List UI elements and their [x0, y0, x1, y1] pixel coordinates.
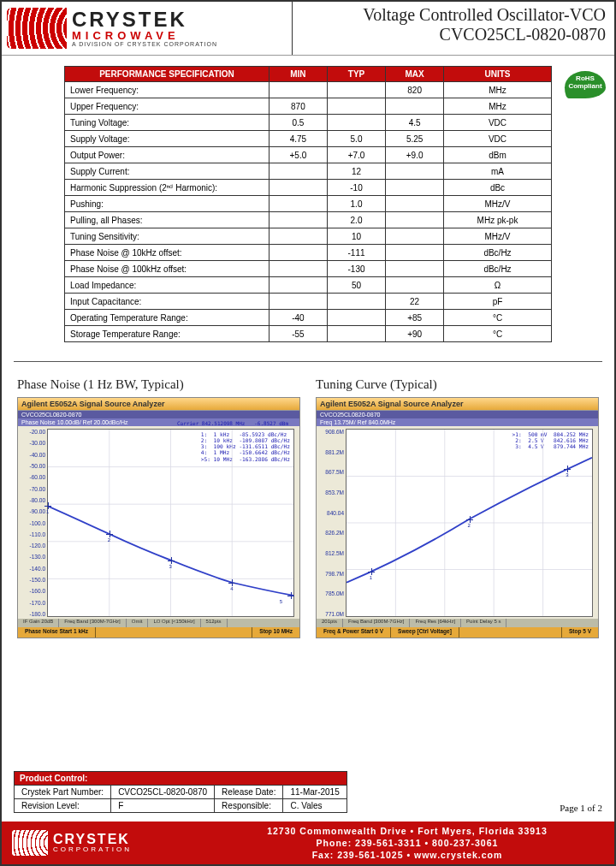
cell — [270, 261, 328, 277]
cell: 4.5 — [386, 115, 444, 131]
cell: mA — [444, 163, 552, 180]
cell: -55 — [270, 326, 328, 342]
cell — [386, 261, 444, 277]
cell: °C — [444, 326, 552, 342]
cell — [270, 294, 328, 310]
cell: dBm — [444, 147, 552, 163]
cell: 5.25 — [386, 131, 444, 147]
cell: +85 — [386, 310, 444, 326]
tc-status2: Freq & Power Start 0 V Sweep [Ctrl Volta… — [317, 627, 598, 638]
cell: +90 — [386, 326, 444, 342]
tuning-column: Tuning Curve (Typical) Agilent E5052A Si… — [316, 371, 599, 638]
pc-r1c3: C. Vales — [283, 799, 346, 813]
footer: CRYSTEK CORPORATION 12730 Commonwealth D… — [2, 822, 614, 864]
cell: Ω — [444, 277, 552, 294]
cell: °C — [444, 310, 552, 326]
tc-s2-left: Freq & Power Start 0 V — [317, 627, 391, 638]
cell: +7.0 — [327, 147, 385, 163]
cell: Pulling, all Phases: — [65, 212, 270, 228]
cell: Supply Current: — [65, 163, 270, 180]
cell — [386, 98, 444, 115]
cell — [270, 228, 328, 245]
logo-main: CRYSTEK — [72, 9, 217, 30]
analyzer-titlebar: Agilent E5052A Signal Source Analyzer — [18, 398, 299, 411]
cell — [270, 180, 328, 196]
crystek-swirl-icon — [12, 830, 48, 856]
table-row: Input Capacitance:22pF — [65, 294, 552, 310]
cell: Tuning Sensitivity: — [65, 228, 270, 245]
phase-noise-title: Phase Noise (1 Hz BW, Typical) — [17, 377, 300, 392]
cell: 2.0 — [327, 212, 385, 228]
cell — [327, 98, 385, 115]
cell — [386, 277, 444, 294]
pc-r0c0: Crystek Part Number: — [15, 786, 111, 799]
cell: -130 — [327, 261, 385, 277]
table-row: Storage Temperature Range:-55+90°C — [65, 326, 552, 342]
cell: dBc — [444, 180, 552, 196]
cell: Lower Frequency: — [65, 82, 270, 98]
cell: MHz — [444, 98, 552, 115]
cell: MHz/V — [444, 228, 552, 245]
pn-carrier: Carrier 842.512098 MHz -6.8527 dBm — [177, 421, 288, 427]
title-box: Voltage Controlled Oscillator-VCO CVCO25… — [293, 2, 614, 55]
cell — [386, 180, 444, 196]
cell — [386, 228, 444, 245]
cell — [270, 245, 328, 261]
charts-row: Phase Noise (1 Hz BW, Typical) Agilent E… — [2, 371, 614, 638]
cell — [327, 310, 385, 326]
logo-tagline: A DIVISION OF CRYSTEK CORPORATION — [72, 41, 217, 47]
footer-logo-b: CORPORATION — [53, 846, 132, 853]
table-row: Pushing:1.0MHz/V — [65, 196, 552, 212]
cell: Phase Noise @ 10kHz offset: — [65, 245, 270, 261]
cell: MHz pk-pk — [444, 212, 552, 228]
cell — [327, 115, 385, 131]
tuning-plot: >1: 500 mV 804.252 MHz 2: 2.5 V 842.616 … — [346, 429, 593, 617]
col-typ: TYP — [327, 67, 385, 82]
col-param: PERFORMANCE SPECIFICATION — [65, 67, 270, 82]
col-min: MIN — [270, 67, 328, 82]
cell — [327, 294, 385, 310]
spec-table: PERFORMANCE SPECIFICATION MIN TYP MAX UN… — [64, 66, 552, 342]
product-control-table: Product Control: Crystek Part Number: CV… — [14, 771, 347, 813]
table-row: Operating Temperature Range:-40+85°C — [65, 310, 552, 326]
cell: Storage Temperature Range: — [65, 326, 270, 342]
cell: 870 — [270, 98, 328, 115]
cell: -40 — [270, 310, 328, 326]
page-number: Page 1 of 2 — [560, 803, 602, 813]
pn-status1: IF Gain 20dBFreq Band [300M-7GHz]OmitLO … — [18, 619, 299, 627]
cell: 12 — [327, 163, 385, 180]
footer-line3: Fax: 239-561-1025 • www.crystek.com — [200, 849, 614, 861]
datasheet-page: CRYSTEK MICROWAVE A DIVISION OF CRYSTEK … — [0, 0, 616, 866]
tc-s2-right: Stop 5 V — [561, 627, 598, 638]
cell: -111 — [327, 245, 385, 261]
pc-r1c1: F — [111, 799, 215, 813]
cell: MHz — [444, 82, 552, 98]
logo-sub: MICROWAVE — [72, 30, 217, 41]
tuning-ylabels: 908.6M881.2M867.5M853.7M840.04826.2M812.… — [318, 429, 344, 617]
table-row: Tuning Sensitivity:10MHz/V — [65, 228, 552, 245]
footer-line1: 12730 Commonwealth Drive • Fort Myers, F… — [200, 825, 614, 837]
cell — [270, 277, 328, 294]
cell: 820 — [386, 82, 444, 98]
cell — [270, 196, 328, 212]
cell: Input Capacitance: — [65, 294, 270, 310]
table-row: Lower Frequency:820MHz — [65, 82, 552, 98]
tc-status1: 201ptsFreq Band [300M-7GHz]Freq Res [64k… — [317, 619, 598, 627]
cell — [327, 82, 385, 98]
phase-noise-analyzer: Agilent E5052A Signal Source Analyzer CV… — [17, 397, 300, 638]
logo-box: CRYSTEK MICROWAVE A DIVISION OF CRYSTEK … — [2, 2, 293, 55]
tc-s2-mid: Sweep [Ctrl Voltage] — [391, 627, 459, 638]
table-row: Phase Noise @ 100kHz offset:-130dBc/Hz — [65, 261, 552, 277]
cell — [270, 82, 328, 98]
cell: Load Impedance: — [65, 277, 270, 294]
col-units: UNITS — [444, 67, 552, 82]
pc-header: Product Control: — [15, 772, 347, 786]
pn-s2-right: Stop 10 MHz — [252, 627, 299, 638]
table-row: Supply Current:12mA — [65, 163, 552, 180]
pc-r1c2: Responsible: — [215, 799, 283, 813]
tuning-analyzer: Agilent E5052A Signal Source Analyzer CV… — [316, 397, 599, 638]
footer-address: 12730 Commonwealth Drive • Fort Myers, F… — [200, 825, 614, 862]
cell: Supply Voltage: — [65, 131, 270, 147]
cell: +9.0 — [386, 147, 444, 163]
crystek-swirl-icon — [7, 8, 67, 49]
